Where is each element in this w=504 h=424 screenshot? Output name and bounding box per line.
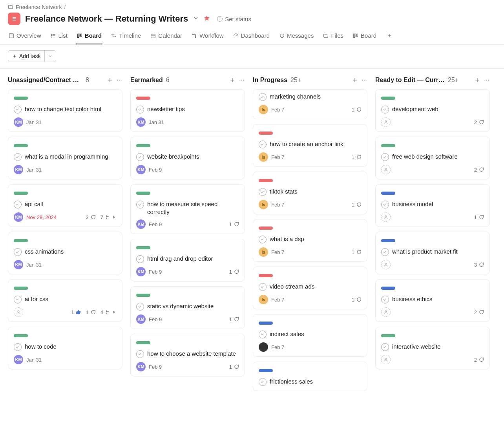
avatar[interactable]: ls [259, 295, 268, 304]
comments-count[interactable]: 1 [352, 297, 362, 303]
task-card[interactable]: free web design software 2 [375, 137, 490, 179]
task-card[interactable]: static vs dynamic website KMFeb 91 [130, 286, 245, 329]
tab-files[interactable]: Files [322, 28, 344, 44]
task-card[interactable]: api call KM Nov 29, 2024 3 7 [8, 184, 122, 227]
complete-toggle-icon[interactable] [259, 236, 267, 243]
column-title[interactable]: Ready to Edit — Curr… [375, 77, 445, 84]
comments-count[interactable]: 1 [229, 221, 239, 227]
tab-list[interactable]: List [50, 28, 68, 44]
column-title[interactable]: Earmarked [130, 77, 163, 84]
column-more-icon[interactable] [484, 77, 490, 83]
add-task-dropdown-button[interactable] [44, 51, 56, 62]
add-tab-button[interactable] [385, 30, 394, 43]
avatar[interactable] [381, 117, 391, 127]
likes-count[interactable]: 1 [71, 309, 81, 315]
complete-toggle-icon[interactable] [259, 331, 267, 338]
comments-count[interactable]: 1 [352, 154, 362, 160]
add-card-button[interactable] [107, 77, 113, 83]
complete-toggle-icon[interactable] [136, 106, 144, 113]
avatar[interactable]: KM [136, 117, 146, 127]
comments-count[interactable]: 1 [474, 214, 484, 220]
complete-toggle-icon[interactable] [259, 188, 267, 196]
tab-board-2[interactable]: Board [352, 28, 377, 44]
subtasks-count[interactable]: 7 [100, 214, 117, 220]
comments-count[interactable]: 2 [474, 357, 484, 363]
tab-overview[interactable]: Overview [8, 28, 42, 44]
add-task-button[interactable]: Add task [8, 51, 44, 62]
complete-toggle-icon[interactable] [14, 106, 22, 113]
complete-toggle-icon[interactable] [136, 350, 144, 358]
comments-count[interactable]: 2 [474, 167, 484, 173]
complete-toggle-icon[interactable] [14, 248, 22, 256]
avatar[interactable]: ls [259, 105, 268, 114]
task-card[interactable]: ai for css 1 1 4 [8, 279, 122, 322]
complete-toggle-icon[interactable] [14, 343, 22, 351]
avatar[interactable]: KM [136, 219, 146, 229]
task-card[interactable]: tiktok stats lsFeb 71 [253, 172, 367, 214]
tab-messages[interactable]: Messages [278, 28, 314, 44]
task-card[interactable]: frictionless sales [253, 362, 367, 391]
comments-count[interactable]: 2 [474, 309, 484, 315]
task-card[interactable]: css animations KMJan 31 [8, 232, 122, 274]
task-card[interactable]: business ethics 2 [375, 279, 490, 322]
complete-toggle-icon[interactable] [381, 153, 389, 161]
complete-toggle-icon[interactable] [136, 201, 144, 208]
comments-count[interactable]: 1 [86, 309, 96, 315]
complete-toggle-icon[interactable] [381, 248, 389, 256]
complete-toggle-icon[interactable] [136, 255, 144, 263]
avatar[interactable]: KM [14, 117, 23, 127]
comments-count[interactable]: 1 [352, 202, 362, 208]
column-more-icon[interactable] [361, 77, 367, 83]
column-title[interactable]: In Progress [253, 77, 287, 84]
task-card[interactable]: development web 2 [375, 89, 490, 132]
complete-toggle-icon[interactable] [381, 343, 389, 351]
task-card[interactable]: website breakpoints KMFeb 9 [130, 137, 245, 179]
tab-timeline[interactable]: Timeline [110, 28, 142, 44]
complete-toggle-icon[interactable] [259, 283, 267, 291]
comments-count[interactable]: 1 [352, 249, 362, 255]
complete-toggle-icon[interactable] [259, 93, 267, 101]
complete-toggle-icon[interactable] [381, 106, 389, 113]
comments-count[interactable]: 1 [229, 316, 239, 322]
avatar[interactable]: ls [259, 152, 268, 162]
complete-toggle-icon[interactable] [14, 201, 22, 208]
column-more-icon[interactable] [116, 77, 122, 83]
task-card[interactable]: html drag and drop editor KMFeb 91 [130, 239, 245, 281]
task-card[interactable]: interactive website 2 [375, 327, 490, 369]
complete-toggle-icon[interactable] [259, 141, 267, 148]
complete-toggle-icon[interactable] [136, 303, 144, 311]
complete-toggle-icon[interactable] [381, 201, 389, 208]
avatar[interactable]: KM [14, 260, 23, 269]
task-card[interactable]: how to change text color html KMJan 31 [8, 89, 122, 132]
avatar[interactable]: KM [136, 314, 146, 324]
comments-count[interactable]: 1 [229, 269, 239, 275]
task-card[interactable]: what is a modal in programming KMJan 31 [8, 137, 122, 179]
task-card[interactable]: how to measure site speed correctly KMFe… [130, 184, 245, 234]
avatar[interactable] [259, 342, 268, 352]
complete-toggle-icon[interactable] [14, 296, 22, 303]
task-card[interactable]: business model 1 [375, 184, 490, 227]
project-icon[interactable] [8, 13, 20, 25]
tab-dashboard[interactable]: Dashboard [232, 28, 270, 44]
avatar[interactable]: KM [136, 267, 146, 276]
add-card-button[interactable] [352, 77, 358, 83]
comments-count[interactable]: 3 [86, 214, 96, 220]
complete-toggle-icon[interactable] [381, 296, 389, 303]
avatar[interactable]: ls [259, 247, 268, 257]
avatar[interactable] [381, 260, 391, 269]
tab-workflow[interactable]: Workflow [191, 28, 224, 44]
comments-count[interactable]: 1 [229, 364, 239, 370]
task-card[interactable]: marketing channels lsFeb 71 [253, 89, 367, 119]
task-card[interactable]: what is product market fit 3 [375, 232, 490, 274]
avatar[interactable]: ls [259, 200, 268, 209]
comments-count[interactable]: 3 [474, 262, 484, 268]
avatar[interactable]: KM [136, 165, 146, 174]
complete-toggle-icon[interactable] [136, 153, 144, 161]
complete-toggle-icon[interactable] [14, 153, 22, 161]
tab-calendar[interactable]: Calendar [150, 28, 183, 44]
add-card-button[interactable] [229, 77, 236, 83]
star-icon[interactable] [204, 15, 210, 23]
add-card-button[interactable] [474, 77, 480, 83]
avatar[interactable]: KM [136, 362, 146, 371]
set-status-button[interactable]: Set status [217, 16, 251, 22]
